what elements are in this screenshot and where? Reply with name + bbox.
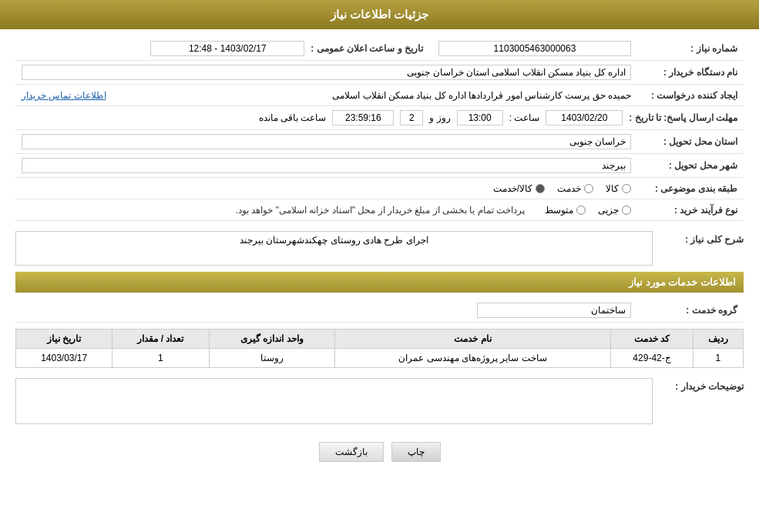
col-row: ردیف [693, 330, 743, 349]
back-button[interactable]: بازگشت [319, 442, 384, 462]
page-header: جزئیات اطلاعات نیاز [0, 0, 759, 29]
col-code: کد خدمت [611, 330, 693, 349]
buyer-org-value: اداره کل بنیاد مسکن انقلاب اسلامی استان … [22, 65, 631, 80]
service-group-row: گروه خدمت : ساختمان [15, 299, 744, 323]
deadline-days: 2 [400, 110, 423, 125]
deadline-remaining: 23:59:16 [332, 110, 394, 125]
deadline-row: مهلت ارسال پاسخ: تا تاریخ : 1403/02/20 س… [15, 106, 744, 130]
category-kala-label: کالا [606, 183, 619, 194]
radio-jozii [622, 206, 631, 215]
table-row: 1ج-42-429ساخت سایر پروژه‌های مهندسی عمرا… [16, 349, 744, 368]
deadline-time-label: ساعت : [509, 112, 540, 123]
service-group-value: ساختمان [477, 303, 631, 318]
category-row: طبقه بندی موضوعی : کالا خدمت کالا/خدمت [15, 178, 744, 199]
description-section: شرح کلی نیاز : اجرای طرح هادی روستای چهک… [15, 227, 744, 272]
radio-kala-khedmat [536, 184, 545, 193]
category-khedmat-label: خدمت [557, 183, 581, 194]
announce-label: تاریخ و ساعت اعلان عمومی : [311, 43, 423, 54]
col-date: تاریخ نیاز [16, 330, 113, 349]
radio-kala [622, 184, 631, 193]
cell-date: 1403/03/17 [16, 349, 113, 368]
col-name: نام خدمت [334, 330, 610, 349]
creator-row: ایجاد کننده درخواست : حمیده حق پرست کارش… [15, 85, 744, 106]
description-text: اجرای طرح هادی روستای چهکندشهرستان بیرجن… [19, 235, 649, 246]
creator-value: حمیده حق پرست کارشناس امور قراردادها ادا… [113, 90, 631, 101]
city-label: شهر محل تحویل : [637, 160, 737, 171]
announce-value: 1403/02/17 - 12:48 [150, 41, 304, 56]
buyer-notes-textarea[interactable] [15, 378, 653, 424]
buyer-notes-section: توضیحات خریدار : [15, 374, 744, 430]
services-section-header: اطلاعات خدمات مورد نیاز [15, 272, 744, 293]
purchase-type-label: نوع فرآیند خرید : [637, 205, 737, 216]
description-box: اجرای طرح هادی روستای چهکندشهرستان بیرجن… [15, 231, 653, 268]
deadline-time: 13:00 [457, 110, 503, 125]
contact-link[interactable]: اطلاعات تماس خریدار [22, 90, 106, 101]
deadline-remaining-label: ساعت باقی مانده [259, 112, 327, 123]
radio-motovaset [576, 206, 586, 215]
services-section-label: اطلاعات خدمات مورد نیاز [629, 276, 736, 288]
deadline-timer: 1403/02/20 ساعت : 13:00 روز و 2 23:59:16… [22, 110, 623, 125]
cell-code: ج-42-429 [611, 349, 693, 368]
print-button[interactable]: چاپ [391, 442, 441, 462]
purchase-type-motovaset-label: متوسط [545, 205, 573, 216]
province-value: خراسان جنوبی [22, 134, 631, 149]
category-option-kala: کالا [606, 183, 631, 194]
purchase-type-options: جزیی متوسط پرداخت تمام یا بخشی از مبلغ خ… [236, 205, 631, 216]
page-wrapper: جزئیات اطلاعات نیاز شماره نیاز : 1103005… [0, 0, 759, 532]
col-quantity: تعداد / مقدار [113, 330, 209, 349]
buyer-org-label: نام دستگاه خریدار : [637, 67, 737, 78]
deadline-days-label: روز و [429, 112, 450, 123]
category-options: کالا خدمت کالا/خدمت [493, 183, 631, 194]
need-number-row: شماره نیاز : 1103005463000063 تاریخ و سا… [15, 37, 744, 61]
purchase-type-jozii-label: جزیی [598, 205, 619, 216]
city-row: شهر محل تحویل : بیرجند [15, 154, 744, 178]
cell-name: ساخت سایر پروژه‌های مهندسی عمران [334, 349, 610, 368]
buyer-notes-label: توضیحات خریدار : [667, 381, 744, 392]
city-value: بیرجند [22, 158, 631, 173]
cell-row: 1 [693, 349, 743, 368]
purchase-type-motovaset: متوسط [545, 205, 586, 216]
need-number-label: شماره نیاز : [637, 43, 737, 54]
creator-label: ایجاد کننده درخواست : [637, 90, 737, 101]
main-content: شماره نیاز : 1103005463000063 تاریخ و سا… [0, 29, 759, 481]
purchase-type-note: پرداخت تمام یا بخشی از مبلغ خریدار از مح… [236, 205, 525, 216]
description-section-label: شرح کلی نیاز : [667, 234, 744, 245]
category-kala-khedmat-label: کالا/خدمت [493, 183, 532, 194]
purchase-type-jozii: جزیی [598, 205, 631, 216]
cell-unit: روستا [209, 349, 334, 368]
deadline-label: مهلت ارسال پاسخ: تا تاریخ : [629, 112, 737, 123]
province-row: استان محل تحویل : خراسان جنوبی [15, 130, 744, 154]
services-table: ردیف کد خدمت نام خدمت واحد اندازه گیری ت… [15, 329, 744, 368]
category-option-khedmat: خدمت [557, 183, 593, 194]
col-unit: واحد اندازه گیری [209, 330, 334, 349]
category-label: طبقه بندی موضوعی : [637, 183, 737, 194]
need-number-value: 1103005463000063 [438, 41, 631, 56]
services-table-wrapper: ردیف کد خدمت نام خدمت واحد اندازه گیری ت… [15, 329, 744, 368]
category-option-kala-khedmat: کالا/خدمت [493, 183, 545, 194]
service-group-label: گروه خدمت : [637, 305, 737, 316]
buttons-row: چاپ بازگشت [15, 442, 744, 462]
province-label: استان محل تحویل : [637, 136, 737, 147]
purchase-type-row: نوع فرآیند خرید : جزیی متوسط پرداخت تمام… [15, 199, 744, 221]
deadline-date: 1403/02/20 [546, 110, 623, 125]
buyer-notes-box [15, 378, 653, 427]
page-title: جزئیات اطلاعات نیاز [331, 8, 428, 21]
buyer-org-row: نام دستگاه خریدار : اداره کل بنیاد مسکن … [15, 61, 744, 85]
cell-quantity: 1 [113, 349, 209, 368]
radio-khedmat [584, 184, 593, 193]
